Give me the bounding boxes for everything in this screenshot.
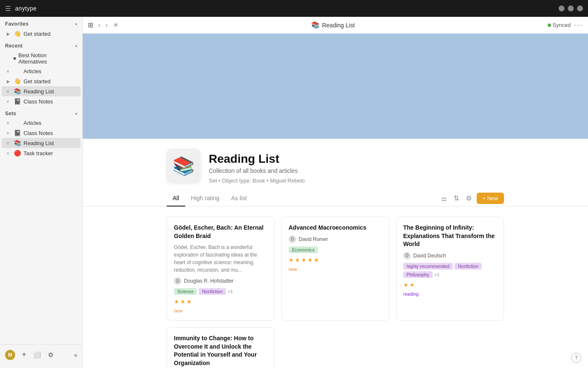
new-object-button[interactable]: + New [477, 193, 504, 204]
window-controls [559, 5, 583, 11]
collapse-sidebar-button[interactable]: « [74, 352, 77, 358]
book-description: Gödel, Escher, Bach is a wonderful explo… [174, 244, 268, 274]
sort-button[interactable]: ⇅ [452, 193, 461, 204]
star-filled-icon: ★ [314, 257, 319, 263]
book-status: new [289, 267, 382, 272]
sidebar-item-task-tracker[interactable]: ≡ 🔴 Task tracker [2, 148, 81, 158]
sidebar-item-class-notes-recent[interactable]: ≡ 📓 Class Notes [2, 96, 81, 106]
expand-icon: ≡ [7, 99, 11, 104]
sync-status: Synced [548, 22, 571, 28]
author-avatar: D [174, 277, 181, 285]
view-settings-button[interactable]: ⚙ [464, 193, 473, 204]
recent-section-header[interactable]: Recent ▾ [0, 39, 82, 50]
recent-label: Recent [5, 43, 23, 49]
book-tag: Science [174, 288, 197, 295]
grid-view-icon[interactable]: ⊞ [88, 21, 93, 29]
sidebar-item-label: Reading List [24, 88, 54, 95]
sync-dot-icon [548, 24, 551, 27]
window-button[interactable]: ⬜ [33, 351, 41, 359]
tab-all[interactable]: All [167, 191, 185, 207]
filter-button[interactable]: ⚌ [439, 193, 449, 204]
page-meta: Set • Object type: Book • Miguel Rebelo [209, 177, 305, 184]
expand-icon: ≡ [7, 89, 11, 94]
sidebar-item-label: Articles [24, 68, 42, 74]
sidebar-item-reading-list-sets[interactable]: ≡ 📚 Reading List [2, 138, 81, 148]
sidebar-item-class-notes-sets[interactable]: ≡ 📓 Class Notes [2, 128, 81, 138]
book-author: D David Romer [289, 236, 382, 243]
sidebar-item-articles-recent[interactable]: ≡ Articles [2, 66, 81, 76]
user-avatar[interactable]: M [5, 350, 15, 360]
star-filled-icon: ★ [403, 281, 409, 288]
favorites-label: Favorites [5, 21, 29, 27]
content-area: ⊞ ‹ › ✳ 📚 Reading List Synced ··· 📚 [83, 17, 588, 368]
sidebar-item-articles-sets[interactable]: ≡ Articles [2, 118, 81, 128]
sidebar-item-get-started-fav[interactable]: ▶ 👋 Get started [2, 29, 81, 39]
star-filled-icon: ★ [289, 257, 294, 263]
expand-icon: ≡ [7, 69, 11, 74]
book-author: D David Deutsch [403, 252, 497, 259]
navigation-buttons: ‹ › [97, 21, 110, 30]
close-button[interactable] [577, 5, 583, 11]
maximize-button[interactable] [568, 5, 574, 11]
star-filled-icon: ★ [307, 257, 313, 263]
topbar-title-area: 📚 Reading List [122, 21, 544, 29]
favorites-chevron-icon: ▾ [75, 22, 77, 26]
page-title-text: Reading List [209, 152, 305, 166]
author-avatar: D [403, 252, 411, 259]
sets-chevron-icon: ▾ [75, 111, 77, 116]
expand-icon: ≡ [7, 141, 11, 146]
book-stars: ★★★★★ [289, 257, 382, 263]
book-title: Immunity to Change: How to Overcome It a… [174, 334, 268, 367]
class-notes-icon: 📓 [13, 130, 21, 136]
author-name: Douglas R. Hofstadter [184, 278, 234, 284]
book-tag: Philosophy [403, 271, 433, 278]
star-filled-icon: ★ [410, 281, 415, 288]
sidebar-item-get-started-recent[interactable]: ▶ 👋 Get started [2, 76, 81, 86]
sidebar-bottom-bar: M + ⬜ ⚙ « [0, 344, 82, 365]
forward-button[interactable]: › [104, 21, 109, 30]
tab-high-rating[interactable]: High rating [185, 191, 226, 207]
sidebar-item-label: Class Notes [24, 130, 53, 136]
cards-container: Gödel, Escher, Bach: An Eternal Golden B… [83, 207, 588, 368]
favorites-section-header[interactable]: Favorites ▾ [0, 17, 82, 29]
expand-icon: ≡ [7, 121, 11, 125]
page-header: 📚 Reading List Collection of all books a… [83, 139, 588, 191]
expand-icon: ▶ [7, 79, 11, 84]
back-button[interactable]: ‹ [97, 21, 102, 30]
page-title: Reading List [322, 22, 355, 29]
sidebar-item-best-notion[interactable]: Best Notion Alternatives [2, 50, 81, 66]
book-tag: highly recommended [403, 263, 453, 270]
book-stars: ★★ [403, 281, 497, 288]
class-notes-icon: 📓 [13, 98, 21, 105]
get-started-icon: 👋 [13, 78, 21, 85]
recent-chevron-icon: ▾ [75, 44, 77, 48]
get-started-icon: 👋 [13, 30, 21, 37]
sets-section-header[interactable]: Sets ▾ [0, 106, 82, 118]
book-card[interactable]: The Beginning of Infinity: Explanations … [396, 217, 504, 320]
tabs-bar: All High rating As list ⚌ ⇅ ⚙ + New [83, 191, 588, 207]
tab-as-list[interactable]: As list [225, 191, 252, 207]
author-name: David Deutsch [413, 253, 446, 259]
book-card[interactable]: Immunity to Change: How to Overcome It a… [167, 327, 275, 368]
tag-count-icon: +1 [228, 289, 233, 294]
minimize-button[interactable] [559, 5, 564, 11]
book-tags: ScienceNonfiction+1 [174, 288, 268, 295]
titlebar: ☰ anytype [0, 0, 588, 17]
sidebar-item-label: Reading List [24, 140, 54, 146]
hero-banner [83, 34, 588, 139]
settings-button[interactable]: ⚙ [48, 351, 53, 359]
menu-icon[interactable]: ☰ [5, 5, 11, 13]
help-button[interactable]: ? [571, 353, 581, 363]
book-card[interactable]: Gödel, Escher, Bach: An Eternal Golden B… [167, 217, 275, 320]
book-title: Gödel, Escher, Bach: An Eternal Golden B… [174, 224, 268, 240]
sets-label: Sets [5, 111, 16, 116]
sidebar-item-reading-list-recent[interactable]: ≡ 📚 Reading List [2, 86, 81, 96]
main-layout: Favorites ▾ ▶ 👋 Get started Recent ▾ Bes… [0, 17, 588, 368]
options-icon[interactable]: ✳ [113, 21, 118, 29]
book-card[interactable]: Advanced Macroeconomics D David Romer Ec… [281, 217, 389, 320]
sidebar-item-label: Get started [24, 78, 50, 85]
add-new-button[interactable]: + [22, 350, 26, 359]
book-stars: ★★★ [174, 298, 268, 305]
more-options-button[interactable]: ··· [574, 21, 583, 29]
tag-count-icon: +1 [434, 272, 440, 277]
